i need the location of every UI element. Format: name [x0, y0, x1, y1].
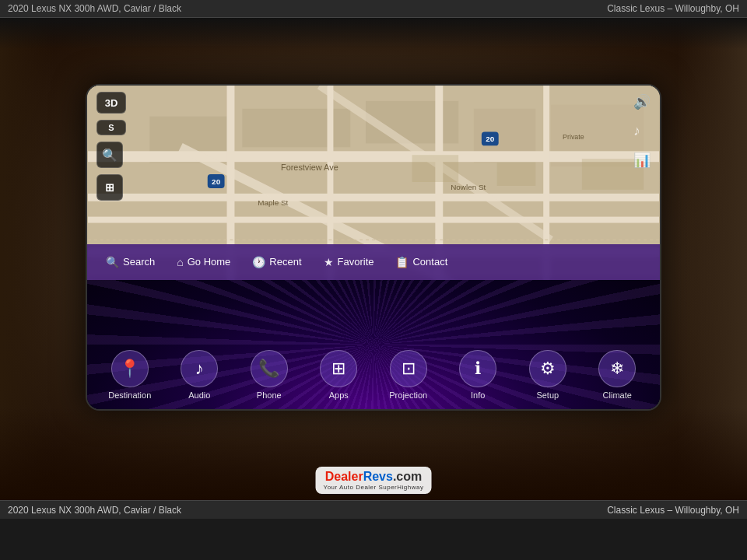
- apps-label: Apps: [329, 390, 349, 400]
- top-bar: 2020 Lexus NX 300h AWD, Caviar / Black C…: [0, 0, 747, 18]
- nav-favorite[interactable]: ★ Favorite: [313, 256, 385, 268]
- photo-area: Forestview Ave Maple St Nowlen St Privat…: [0, 18, 747, 500]
- svg-text:Nowlen St: Nowlen St: [451, 183, 486, 191]
- home-nav-icon: ⌂: [177, 256, 183, 268]
- search-nav-icon: 🔍: [106, 256, 119, 268]
- nav-search[interactable]: 🔍 Search: [95, 256, 166, 268]
- map-controls-sidebar: 3D S 🔍 ⊞: [96, 92, 126, 201]
- nav-go-home[interactable]: ⌂ Go Home: [166, 256, 241, 268]
- nav-recent[interactable]: 🕐 Recent: [241, 256, 312, 268]
- svg-rect-8: [88, 217, 659, 223]
- nav-favorite-label: Favorite: [338, 256, 374, 268]
- top-bar-left: 2020 Lexus NX 300h AWD, Caviar / Black: [8, 3, 181, 14]
- svg-rect-7: [88, 194, 659, 201]
- audio-button[interactable]: ♪ Audio: [172, 350, 226, 400]
- phone-icon: 📞: [251, 350, 288, 387]
- infotainment-screen: Forestview Ave Maple St Nowlen St Privat…: [86, 84, 661, 411]
- contact-nav-icon: 📋: [395, 256, 409, 268]
- svg-rect-6: [88, 151, 659, 162]
- info-button[interactable]: ℹ Info: [451, 350, 505, 400]
- s-view-button[interactable]: S: [96, 120, 126, 135]
- interior-top: [0, 18, 747, 49]
- watermark-main-text: DealerRevs.com: [325, 470, 423, 484]
- info-label: Info: [471, 390, 485, 400]
- bottom-bar-left: 2020 Lexus NX 300h AWD, Caviar / Black: [8, 505, 181, 516]
- apps-icon: ⊞: [320, 350, 357, 387]
- setup-label: Setup: [536, 390, 559, 400]
- audio-label: Audio: [188, 390, 210, 400]
- map-search-button[interactable]: 🔍: [96, 142, 123, 168]
- setup-button[interactable]: ⚙ Setup: [521, 350, 575, 400]
- svg-text:Forestview Ave: Forestview Ave: [281, 163, 338, 172]
- nav-search-label: Search: [123, 256, 155, 268]
- setup-icon: ⚙: [529, 350, 566, 387]
- climate-label: Climate: [603, 390, 632, 400]
- bottom-bar: 2020 Lexus NX 300h AWD, Caviar / Black C…: [0, 500, 747, 519]
- 3d-view-button[interactable]: 3D: [96, 92, 126, 114]
- watermark: DealerRevs.com Your Auto Dealer SuperHig…: [316, 467, 432, 494]
- svg-text:20: 20: [212, 177, 221, 186]
- nav-go-home-label: Go Home: [188, 256, 231, 268]
- climate-button[interactable]: ❄ Climate: [590, 350, 644, 400]
- bottom-bar-right: Classic Lexus – Willoughby, OH: [607, 505, 739, 516]
- bottom-menu: 📍 Destination ♪ Audio 📞 Phone ⊞ Apps ⊡: [87, 280, 660, 409]
- map-right-controls: 🔊 ♪ 📊: [633, 93, 651, 169]
- nav-contact-label: Contact: [412, 256, 447, 268]
- top-bar-center: Classic Lexus – Willoughby, OH: [607, 3, 739, 14]
- destination-icon: 📍: [111, 350, 149, 387]
- info-icon: ℹ: [459, 350, 496, 387]
- recent-nav-icon: 🕐: [252, 256, 265, 268]
- nav-contact[interactable]: 📋 Contact: [384, 256, 458, 268]
- projection-button[interactable]: ⊡ Projection: [381, 350, 436, 400]
- apps-button[interactable]: ⊞ Apps: [311, 350, 366, 400]
- climate-icon: ❄: [598, 350, 636, 387]
- destination-label: Destination: [108, 390, 151, 400]
- phone-button[interactable]: 📞 Phone: [242, 350, 296, 400]
- svg-text:Maple St: Maple St: [258, 198, 288, 207]
- watermark-sub-text: Your Auto Dealer SuperHighway: [324, 484, 424, 491]
- volume-icon[interactable]: 🔊: [633, 93, 651, 110]
- svg-text:Private: Private: [563, 133, 584, 141]
- svg-rect-24: [412, 155, 459, 182]
- audio-icon: ♪: [181, 350, 218, 387]
- bottom-icons-row: 📍 Destination ♪ Audio 📞 Phone ⊞ Apps ⊡: [87, 350, 660, 400]
- svg-text:20: 20: [486, 135, 495, 143]
- projection-label: Projection: [389, 390, 427, 400]
- chart-icon[interactable]: 📊: [633, 152, 651, 169]
- watermark-logo: DealerRevs.com Your Auto Dealer SuperHig…: [316, 467, 432, 494]
- svg-rect-2: [242, 109, 350, 148]
- nav-bar: 🔍 Search ⌂ Go Home 🕐 Recent ★ Favorite 📋…: [87, 244, 660, 280]
- map-layers-button[interactable]: ⊞: [96, 174, 123, 201]
- music-icon[interactable]: ♪: [633, 123, 651, 139]
- nav-recent-label: Recent: [269, 256, 301, 268]
- favorite-nav-icon: ★: [324, 256, 334, 268]
- phone-label: Phone: [257, 390, 282, 400]
- svg-rect-25: [497, 163, 536, 186]
- destination-button[interactable]: 📍 Destination: [103, 350, 157, 400]
- projection-icon: ⊡: [390, 350, 427, 387]
